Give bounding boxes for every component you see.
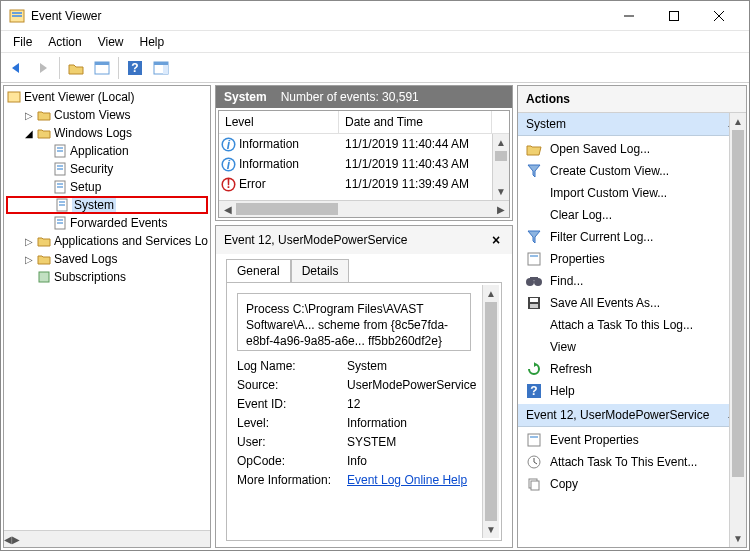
tree-subscriptions[interactable]: Subscriptions (6, 268, 208, 286)
action-clear-log[interactable]: Clear Log... (518, 204, 746, 226)
svg-rect-1 (12, 12, 22, 14)
actions-section-event[interactable]: Event 12, UserModePowerService (518, 404, 746, 427)
blank-icon (526, 207, 542, 223)
action-view[interactable]: View▶ (518, 336, 746, 358)
menu-file[interactable]: File (5, 33, 40, 51)
action-copy[interactable]: Copy▶ (518, 473, 746, 495)
actions-list-system: Open Saved Log... Create Custom View... … (518, 136, 746, 404)
tree-root[interactable]: Event Viewer (Local) (6, 88, 208, 106)
toolbar-panel-icon[interactable] (90, 56, 114, 80)
menu-action[interactable]: Action (40, 33, 89, 51)
col-datetime[interactable]: Date and Time (339, 111, 492, 133)
field-value: 12 (347, 397, 491, 411)
expand-icon[interactable]: ▷ (22, 110, 36, 121)
tree-pane: Event Viewer (Local) ▷ Custom Views ◢ Wi… (3, 85, 211, 548)
action-open-saved-log[interactable]: Open Saved Log... (518, 138, 746, 160)
collapse-icon[interactable]: ◢ (22, 128, 36, 139)
maximize-button[interactable] (651, 2, 696, 30)
log-icon (52, 179, 68, 195)
back-button[interactable] (5, 56, 29, 80)
event-message: Process C:\Program Files\AVAST Software\… (237, 293, 471, 351)
event-row[interactable]: iInformation 11/1/2019 11:40:44 AM (219, 134, 509, 154)
tree-setup[interactable]: Setup (6, 178, 208, 196)
svg-rect-41 (530, 255, 538, 257)
action-filter-log[interactable]: Filter Current Log... (518, 226, 746, 248)
toolbar: ? (1, 53, 749, 83)
tree-application[interactable]: Application (6, 142, 208, 160)
expand-icon[interactable]: ▷ (22, 236, 36, 247)
event-row[interactable]: !Error 11/1/2019 11:39:49 AM (219, 174, 509, 194)
forward-button[interactable] (31, 56, 55, 80)
action-help[interactable]: ?Help▶ (518, 380, 746, 402)
action-refresh[interactable]: Refresh (518, 358, 746, 380)
col-level[interactable]: Level (219, 111, 339, 133)
binoculars-icon (526, 273, 542, 289)
tree-label: Setup (70, 180, 101, 194)
svg-rect-20 (57, 168, 63, 170)
tree-apps-services[interactable]: ▷ Applications and Services Lo (6, 232, 208, 250)
svg-rect-40 (528, 253, 540, 265)
tree-label: Applications and Services Lo (54, 234, 208, 248)
minimize-button[interactable] (606, 2, 651, 30)
log-name: System (224, 90, 267, 104)
action-create-custom-view[interactable]: Create Custom View... (518, 160, 746, 182)
action-save-all-events[interactable]: Save All Events As... (518, 292, 746, 314)
svg-rect-44 (530, 277, 538, 280)
toolbar-panel2-icon[interactable] (149, 56, 173, 80)
action-attach-task-log[interactable]: Attach a Task To this Log... (518, 314, 746, 336)
svg-rect-50 (528, 434, 540, 446)
detail-v-scrollbar[interactable]: ▲ ▼ (482, 285, 499, 538)
actions-section-system[interactable]: System (518, 113, 746, 136)
tree-label: Custom Views (54, 108, 130, 122)
grid-h-scrollbar[interactable]: ◀ ▶ (219, 200, 509, 217)
close-button[interactable] (696, 2, 741, 30)
action-attach-task-event[interactable]: Attach Task To This Event... (518, 451, 746, 473)
expand-icon[interactable]: ▷ (22, 254, 36, 265)
event-grid: Level Date and Time iInformation 11/1/20… (218, 110, 510, 218)
row-level: Error (239, 177, 266, 191)
tree-system-highlighted[interactable]: System (6, 196, 208, 214)
field-label: User: (237, 435, 347, 449)
actions-pane: Actions System Open Saved Log... Create … (517, 85, 747, 548)
field-value: Info (347, 454, 491, 468)
window-title: Event Viewer (31, 9, 606, 23)
body: Event Viewer (Local) ▷ Custom Views ◢ Wi… (1, 83, 749, 550)
svg-rect-2 (12, 15, 22, 17)
online-help-link[interactable]: Event Log Online Help (347, 473, 491, 487)
action-properties[interactable]: Properties (518, 248, 746, 270)
action-import-custom-view[interactable]: Import Custom View... (518, 182, 746, 204)
toolbar-help-icon[interactable]: ? (123, 56, 147, 80)
actions-v-scrollbar[interactable]: ▲ ▼ (729, 113, 746, 547)
field-label: Level: (237, 416, 347, 430)
svg-rect-46 (530, 298, 538, 302)
log-icon (52, 161, 68, 177)
detail-close-button[interactable]: × (488, 232, 504, 248)
tree-forwarded[interactable]: Forwarded Events (6, 214, 208, 232)
menu-help[interactable]: Help (132, 33, 173, 51)
svg-rect-4 (669, 11, 678, 20)
app-icon (9, 8, 25, 24)
tree-saved-logs[interactable]: ▷ Saved Logs (6, 250, 208, 268)
tab-details[interactable]: Details (291, 259, 350, 283)
funnel-icon (526, 163, 542, 179)
svg-rect-8 (95, 62, 109, 65)
grid-v-scrollbar[interactable]: ▲ ▼ (492, 134, 509, 200)
menu-view[interactable]: View (90, 33, 132, 51)
detail-title: Event 12, UserModePowerService (224, 233, 488, 247)
action-find[interactable]: Find... (518, 270, 746, 292)
toolbar-folder-icon[interactable] (64, 56, 88, 80)
event-viewer-icon (6, 89, 22, 105)
tree-custom-views[interactable]: ▷ Custom Views (6, 106, 208, 124)
tree-label: Application (70, 144, 129, 158)
task-icon (526, 454, 542, 470)
window-buttons (606, 2, 741, 30)
tree-windows-logs[interactable]: ◢ Windows Logs (6, 124, 208, 142)
action-event-properties[interactable]: Event Properties (518, 429, 746, 451)
event-row[interactable]: iInformation 11/1/2019 11:40:43 AM (219, 154, 509, 174)
tree-security[interactable]: Security (6, 160, 208, 178)
field-label: Source: (237, 378, 347, 392)
help-icon: ? (526, 383, 542, 399)
tree-h-scrollbar[interactable]: ◀ ▶ (4, 530, 210, 547)
tab-general[interactable]: General (226, 259, 291, 283)
tree-label: Saved Logs (54, 252, 117, 266)
